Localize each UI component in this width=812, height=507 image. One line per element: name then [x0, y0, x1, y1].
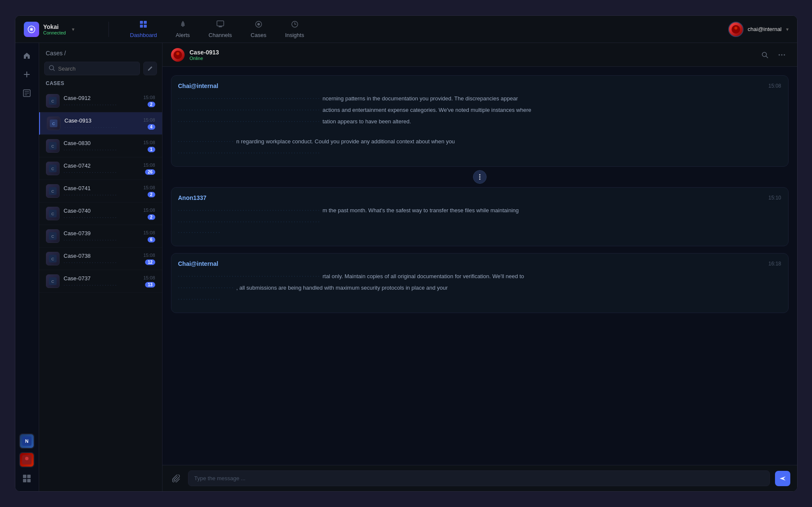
chat-case-name: Case-0913	[190, 49, 753, 56]
case-avatar-0738: C	[46, 252, 60, 265]
svg-point-55	[781, 54, 782, 55]
case-item-0742[interactable]: C Case-0742 ····················· 15:08 …	[39, 157, 162, 180]
user-area[interactable]: chai@internal ▾	[728, 22, 789, 37]
case-item-0739[interactable]: C Case-0739 ····················· 15:08 …	[39, 225, 162, 248]
case-preview-0741: ·····················	[64, 192, 139, 197]
message-input[interactable]	[188, 470, 770, 486]
chat-search-button[interactable]	[758, 48, 772, 62]
svg-text:C: C	[51, 189, 54, 194]
case-name-0738: Case-0738	[64, 253, 139, 259]
report-icon-btn[interactable]	[19, 85, 34, 101]
svg-text:C: C	[51, 99, 54, 103]
grid-icon-btn[interactable]	[19, 471, 34, 486]
message-card-2: Anon1337 15:10 ·························…	[171, 187, 789, 246]
case-name-0742: Case-0742	[64, 162, 139, 169]
case-item-0830[interactable]: C Case-0830 ····················· 15:08 …	[39, 135, 162, 157]
nav-item-cases[interactable]: Cases	[242, 17, 275, 42]
message-line-2c: ················	[178, 228, 781, 236]
chat-header-avatar	[171, 48, 185, 62]
case-badge-0739: 6	[148, 237, 155, 242]
message-body-1: ········································…	[178, 94, 781, 157]
case-item-0737[interactable]: C Case-0737 ····················· 15:08 …	[39, 270, 162, 293]
case-info-0740: Case-0740 ·····················	[64, 208, 139, 220]
case-preview-0739: ·····················	[64, 237, 139, 242]
nav-label-channels: Channels	[208, 32, 232, 38]
search-box[interactable]	[44, 62, 140, 75]
channels-icon	[217, 20, 224, 30]
case-meta-0737: 15:08 13	[143, 275, 155, 288]
case-meta-0738: 15:08 12	[143, 253, 155, 265]
nav-item-channels[interactable]: Channels	[200, 17, 240, 42]
case-time-0913: 15:08	[143, 117, 155, 122]
nav-item-alerts[interactable]: Alerts	[167, 17, 198, 42]
case-meta-0830: 15:08 1	[143, 140, 155, 152]
nav-item-insights[interactable]: Insights	[276, 17, 313, 42]
nav-item-dashboard[interactable]: Dashboard	[122, 17, 166, 42]
message-time-2: 15:10	[768, 195, 781, 201]
case-badge-0737: 13	[145, 282, 155, 288]
add-icon-btn[interactable]	[19, 67, 34, 82]
case-time-0912: 15:08	[143, 95, 155, 100]
message-body-2: ········································…	[178, 206, 781, 236]
svg-point-58	[479, 177, 480, 178]
message-header-1: Chai@internal 15:08	[178, 83, 781, 89]
message-line-3b: ····················· , all submissions …	[178, 284, 781, 293]
svg-rect-16	[24, 74, 30, 75]
app-window: Yokai Connected ▾ Dashboard	[15, 15, 798, 492]
chat-more-button[interactable]	[775, 48, 789, 62]
message-header-3: Chai@internal 16:18	[178, 260, 781, 267]
send-button[interactable]	[775, 471, 790, 486]
svg-point-24	[25, 457, 28, 460]
case-info-0742: Case-0742 ·····················	[64, 162, 139, 175]
chat-panel: Case-0913 Online	[162, 43, 797, 491]
nav-label-cases: Cases	[251, 32, 266, 38]
search-icon	[49, 65, 55, 72]
message-sender-2: Anon1337	[178, 194, 207, 201]
case-item-0738[interactable]: C Case-0738 ····················· 15:08 …	[39, 248, 162, 270]
case-time-0738: 15:08	[143, 253, 155, 258]
case-preview-0737: ·····················	[64, 282, 139, 288]
icon-sidebar: N	[15, 43, 39, 491]
message-line-1d: ····················· n regarding workpl…	[178, 137, 781, 146]
brand-area[interactable]: Yokai Connected ▾	[24, 22, 109, 37]
svg-rect-7	[182, 26, 183, 27]
case-avatar-0737: C	[46, 274, 60, 288]
attach-button[interactable]	[169, 472, 183, 485]
home-icon-btn[interactable]	[19, 48, 34, 63]
case-info-0739: Case-0739 ·····················	[64, 230, 139, 242]
case-avatar-0741: C	[46, 184, 60, 198]
agent-n-icon[interactable]: N	[19, 433, 34, 449]
chat-header: Case-0913 Online	[162, 43, 797, 67]
case-info-0830: Case-0830 ·····················	[64, 140, 139, 152]
case-item-0913[interactable]: C Case-0913 ····················· 15:08 …	[39, 112, 162, 135]
message-sender-3: Chai@internal	[178, 260, 219, 267]
case-avatar-0913: C	[47, 117, 60, 130]
message-sender-1: Chai@internal	[178, 83, 219, 89]
user-avatar	[728, 22, 744, 37]
message-actions-button[interactable]	[473, 170, 487, 184]
case-preview-0913: ·····················	[65, 125, 139, 130]
message-header-2: Anon1337 15:10	[178, 194, 781, 201]
case-item-0740[interactable]: C Case-0740 ····················· 15:08 …	[39, 202, 162, 225]
case-item-0741[interactable]: C Case-0741 ····················· 15:08 …	[39, 180, 162, 202]
case-badge-0913: 4	[148, 124, 155, 130]
svg-point-54	[778, 54, 780, 55]
case-item-0912[interactable]: C Case-0912 ····················· 15:08 …	[39, 90, 162, 112]
svg-point-56	[784, 54, 785, 55]
svg-rect-9	[219, 26, 222, 27]
message-line-3c: ················	[178, 295, 781, 303]
case-time-0741: 15:08	[143, 185, 155, 190]
cases-header: Cases /	[39, 43, 162, 60]
cases-section-label: Cases	[39, 79, 162, 90]
search-input[interactable]	[58, 66, 135, 72]
case-time-0737: 15:08	[143, 275, 155, 280]
case-badge-0912: 2	[148, 102, 155, 107]
agent-r-icon[interactable]	[19, 452, 34, 467]
case-preview-0742: ·····················	[64, 170, 139, 175]
case-meta-0739: 15:08 6	[143, 230, 155, 242]
case-avatar-0739: C	[46, 229, 60, 243]
edit-button[interactable]	[143, 62, 157, 75]
svg-rect-6	[144, 25, 147, 28]
top-nav: Yokai Connected ▾ Dashboard	[15, 16, 797, 43]
svg-line-30	[53, 69, 54, 71]
